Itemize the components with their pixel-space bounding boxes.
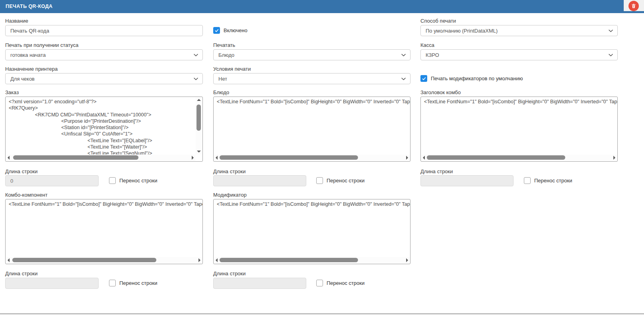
scroll-up-arrow[interactable] [197,99,201,101]
print-method-label: Способ печати [420,18,456,24]
dish-line-length-input [213,175,306,186]
horizontal-scrollbar[interactable] [214,257,410,263]
modifier-line-length-label: Длина строки [213,271,246,277]
scroll-down-arrow[interactable] [197,151,201,153]
order-line-length-label: Длина строки [5,168,38,174]
horizontal-scrollbar[interactable] [214,155,410,161]
delete-button[interactable] [628,1,639,11]
order-textarea[interactable]: <?xml version="1.0" encoding="utf-8"?> <… [5,97,203,162]
scroll-left-arrow[interactable] [216,156,218,160]
dish-textarea[interactable]: <TextLine FontNum="1" Bold="[isCombo]" B… [213,97,411,162]
checkbox-unchecked-icon [524,177,531,184]
scrollbar-thumb[interactable] [220,155,358,160]
cash-register-label: Касса [420,42,434,48]
scroll-left-arrow[interactable] [423,156,425,160]
header-corner [624,0,644,11]
name-input[interactable] [5,25,203,36]
modifier-word-wrap-checkbox[interactable]: Перенос строки [316,280,364,286]
order-label: Заказ [5,89,19,95]
chevron-down-icon [608,52,614,58]
print-on-status-select[interactable]: готовка начата [5,49,203,60]
horizontal-scrollbar[interactable] [421,155,617,161]
scroll-right-arrow[interactable] [406,156,408,160]
print-modifiers-default-label: Печать модификаторов по умолчанию [431,75,523,81]
checkbox-unchecked-icon [109,280,116,286]
modifier-label: Модификатор [213,192,247,198]
scroll-right-arrow[interactable] [192,156,194,160]
print-method-select[interactable]: По умолчанию (PrintDataXML) [420,25,618,36]
modifier-textarea[interactable]: <TextLine FontNum="1" Bold="[isCombo]" B… [213,199,411,264]
print-on-status-label: Печать при получении статуса [5,42,78,48]
print-what-select[interactable]: Блюдо [213,49,411,60]
chevron-down-icon [401,76,407,82]
vertical-scrollbar[interactable] [196,97,202,154]
scroll-left-arrow[interactable] [216,258,218,262]
checkbox-unchecked-icon [316,177,323,184]
printer-destination-select[interactable]: Для чеков [5,73,203,84]
checkmark-icon [420,75,427,82]
bottom-divider [0,313,644,314]
scroll-left-arrow[interactable] [8,258,10,262]
combo-header-line-length-input [420,175,514,186]
scroll-right-arrow[interactable] [198,258,200,262]
combo-header-label: Заголовок комбо [420,89,461,95]
modifier-line-length-input [213,278,306,289]
combo-component-line-length-input [5,278,99,289]
print-conditions-select[interactable]: Нет [213,73,411,84]
scrollbar-thumb[interactable] [197,104,201,131]
order-word-wrap-checkbox[interactable]: Перенос строки [109,177,157,184]
checkbox-unchecked-icon [109,177,116,184]
chevron-down-icon [193,52,199,58]
dish-label: Блюдо [213,89,229,95]
cash-register-select[interactable]: КЗРО [420,49,618,60]
combo-component-textarea[interactable]: <TextLine FontNum="1" Bold="[isCombo]" B… [5,199,203,264]
combo-header-textarea[interactable]: <TextLine FontNum="1" Bold="[isCombo]" B… [420,97,618,162]
combo-component-line-length-label: Длина строки [5,271,38,277]
scrollbar-thumb[interactable] [427,155,565,160]
chevron-down-icon [193,76,199,82]
print-conditions-label: Условия печати [213,66,251,72]
horizontal-scrollbar[interactable] [6,257,202,263]
combo-component-label: Комбо-компонент [5,192,47,198]
scroll-right-arrow[interactable] [613,156,615,160]
combo-component-word-wrap-checkbox[interactable]: Перенос строки [109,280,157,286]
chevron-down-icon [401,52,407,58]
modifier-word-wrap-label: Перенос строки [327,280,364,286]
print-what-label: Печатать [213,42,235,48]
combo-header-line-length-label: Длина строки [420,168,453,174]
name-label: Название [5,18,28,24]
combo-component-word-wrap-label: Перенос строки [119,280,157,286]
combo-header-word-wrap-label: Перенос строки [534,178,572,184]
scrollbar-thumb[interactable] [12,258,156,262]
scrollbar-thumb[interactable] [220,258,358,262]
scroll-right-arrow[interactable] [406,258,408,262]
enabled-label: Включено [224,27,247,33]
dish-word-wrap-label: Перенос строки [327,178,364,184]
print-modifiers-default-checkbox[interactable]: Печать модификаторов по умолчанию [420,75,523,82]
dish-line-length-label: Длина строки [213,168,246,174]
window-title-bar: ПЕЧАТЬ QR-КОДА [0,0,644,13]
order-word-wrap-label: Перенос строки [119,178,157,184]
trash-icon [631,3,636,9]
order-line-length-input [5,175,99,186]
printer-destination-label: Назначение принтера [5,66,58,72]
combo-header-word-wrap-checkbox[interactable]: Перенос строки [524,177,572,184]
scroll-left-arrow[interactable] [8,156,10,160]
dish-word-wrap-checkbox[interactable]: Перенос строки [316,177,364,184]
scrollbar-thumb[interactable] [13,155,138,160]
enabled-checkbox[interactable]: Включено [213,27,247,34]
checkbox-unchecked-icon [316,280,323,286]
horizontal-scrollbar[interactable] [6,155,195,161]
checkmark-icon [213,27,220,34]
page-title: ПЕЧАТЬ QR-КОДА [6,0,53,13]
chevron-down-icon [608,28,614,34]
